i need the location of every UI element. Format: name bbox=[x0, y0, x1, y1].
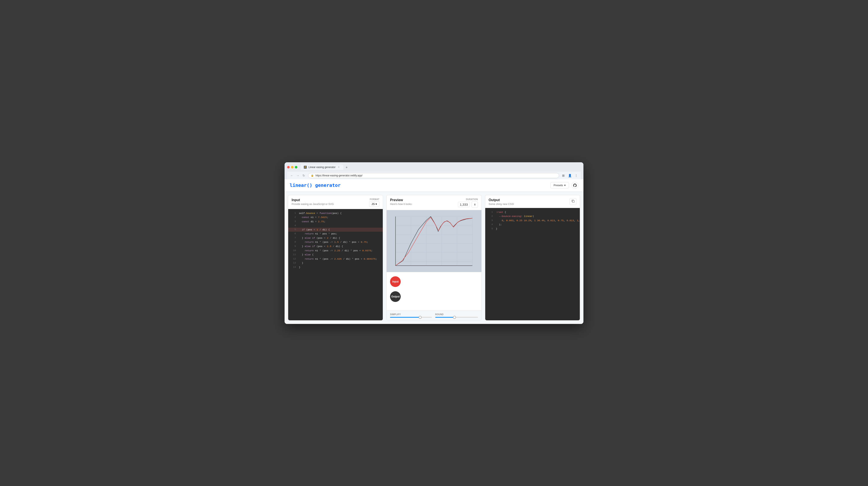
address-bar[interactable]: 🔒 https://linear-easing-generator.netlif… bbox=[308, 173, 559, 178]
play-pause-button[interactable]: ⏸ bbox=[472, 201, 478, 208]
code-line: 1 self.bounce = function(pos) { bbox=[288, 211, 383, 215]
round-slider-group: ROUND bbox=[435, 313, 478, 318]
duration-label: DURATION bbox=[466, 198, 478, 201]
code-line: 10 return n1 * (pos -= 2.25 / d1) * pos … bbox=[288, 248, 383, 253]
input-panel-header: Input Provide easing as JavaScript or SV… bbox=[288, 195, 383, 209]
input-panel-title-group: Input Provide easing as JavaScript or SV… bbox=[291, 198, 334, 206]
preview-panel-title: Preview bbox=[390, 198, 412, 202]
input-panel-title: Input bbox=[291, 198, 334, 202]
format-value: JS bbox=[371, 203, 375, 206]
browser-chrome: ⚡ Linear easing generator × + ← → ↻ 🔒 ht… bbox=[285, 162, 583, 179]
browser-toolbar: ← → ↻ 🔒 https://linear-easing-generator.… bbox=[287, 172, 581, 179]
easing-graph bbox=[386, 210, 481, 272]
output-ball: Output bbox=[390, 291, 401, 302]
tab-favicon: ⚡ bbox=[304, 166, 307, 169]
preview-panel-header: Preview Here's how it looks: DURATION 1,… bbox=[386, 195, 481, 210]
new-tab-button[interactable]: + bbox=[344, 165, 349, 170]
svg-rect-14 bbox=[572, 201, 574, 203]
code-editor[interactable]: 1 self.bounce = function(pos) { 2 const … bbox=[288, 209, 383, 320]
copy-icon bbox=[571, 200, 575, 204]
code-line: 4 bbox=[288, 223, 383, 227]
main-grid: Input Provide easing as JavaScript or SV… bbox=[285, 191, 583, 324]
code-line: 7 } else if (pos < 2 / d1) { bbox=[288, 236, 383, 240]
code-line: 11 } else { bbox=[288, 253, 383, 257]
output-code-line: 5 } bbox=[485, 227, 580, 231]
round-fill bbox=[435, 317, 455, 318]
presets-chevron-icon: ▾ bbox=[564, 184, 566, 187]
extensions-icon[interactable]: ⊞ bbox=[561, 173, 566, 178]
code-line: 8 return n1 * (pos -= 1.5 / d1) * pos + … bbox=[288, 240, 383, 244]
minimize-traffic-light[interactable] bbox=[291, 166, 293, 169]
browser-tabs: ⚡ Linear easing generator × + bbox=[301, 164, 581, 170]
round-thumb[interactable] bbox=[453, 316, 456, 319]
graph-area bbox=[386, 210, 481, 272]
forward-button[interactable]: → bbox=[295, 173, 300, 178]
github-button[interactable] bbox=[571, 182, 578, 189]
browser-titlebar: ⚡ Linear easing generator × + bbox=[287, 164, 581, 170]
output-panel-subtitle: Some shiny new CSS! bbox=[489, 203, 514, 206]
output-code-line: 3 0, 0.063, 0.25 18.2%, 1 36.4%, 0.813, … bbox=[485, 218, 580, 223]
code-line: 13 } bbox=[288, 261, 383, 265]
code-line: 6 return n1 * pos * pos; bbox=[288, 232, 383, 236]
profile-icon[interactable]: 👤 bbox=[567, 173, 572, 178]
code-line: 12 return n1 * (pos -= 2.625 / d1) * pos… bbox=[288, 257, 383, 261]
back-button[interactable]: ← bbox=[289, 173, 294, 178]
code-line: 9 } else if (pos < 2.5 / d1) { bbox=[288, 244, 383, 248]
preview-title-group: Preview Here's how it looks: bbox=[390, 198, 412, 206]
toolbar-right: ⊞ 👤 ⋮ bbox=[561, 173, 579, 178]
app-content: linear() generator Presets ▾ bbox=[285, 179, 583, 324]
duration-value[interactable]: 1,333 bbox=[458, 202, 470, 207]
maximize-traffic-light[interactable] bbox=[295, 166, 298, 169]
output-panel-title: Output bbox=[489, 198, 514, 202]
duration-row: 1,333 ⏸ bbox=[458, 201, 478, 208]
output-code: 1 :root { 2 --bounce-easing: linear( 3 0… bbox=[485, 208, 580, 320]
animation-demo: Input Output bbox=[386, 272, 481, 310]
presets-button[interactable]: Presets ▾ bbox=[550, 182, 569, 188]
output-panel-header: Output Some shiny new CSS! bbox=[485, 195, 580, 208]
output-code-line: 2 --bounce-easing: linear( bbox=[485, 214, 580, 218]
output-code-line: 1 :root { bbox=[485, 210, 580, 214]
input-panel-subtitle: Provide easing as JavaScript or SVG bbox=[291, 203, 334, 206]
code-line: 14 } bbox=[288, 265, 383, 270]
menu-icon[interactable]: ⋮ bbox=[574, 173, 579, 178]
reload-button[interactable]: ↻ bbox=[301, 173, 306, 178]
preview-panel: Preview Here's how it looks: DURATION 1,… bbox=[386, 195, 482, 321]
browser-tab-active[interactable]: ⚡ Linear easing generator × bbox=[301, 164, 343, 170]
url-text: https://linear-easing-generator.netlify.… bbox=[315, 174, 363, 177]
simplify-thumb[interactable] bbox=[418, 316, 422, 319]
simplify-fill bbox=[390, 317, 420, 318]
output-code-line: 4 ); bbox=[485, 222, 580, 227]
sliders-section: SIMPLIFY ROUND bbox=[386, 310, 481, 320]
preview-panel-subtitle: Here's how it looks: bbox=[390, 203, 412, 206]
simplify-slider-track[interactable] bbox=[390, 317, 432, 318]
input-ball: Input bbox=[390, 276, 401, 287]
code-line: 3 const d1 = 2.75; bbox=[288, 219, 383, 224]
format-dropdown[interactable]: JS ▾ bbox=[369, 201, 379, 207]
code-line: 2 const n1 = 7.5625; bbox=[288, 215, 383, 219]
copy-button[interactable] bbox=[569, 198, 577, 205]
output-title-group: Output Some shiny new CSS! bbox=[489, 198, 514, 206]
format-chevron-icon: ▾ bbox=[375, 203, 377, 206]
format-selector: FORMAT JS ▾ bbox=[369, 198, 379, 207]
play-pause-icon: ⏸ bbox=[473, 203, 476, 206]
close-traffic-light[interactable] bbox=[287, 166, 290, 169]
traffic-lights bbox=[287, 166, 298, 169]
nav-buttons: ← → ↻ bbox=[289, 173, 306, 178]
lock-icon: 🔒 bbox=[311, 174, 314, 177]
output-ball-label: Output bbox=[391, 295, 400, 298]
duration-control: DURATION 1,333 ⏸ bbox=[458, 198, 478, 208]
input-ball-label: Input bbox=[392, 280, 399, 283]
input-panel: Input Provide easing as JavaScript or SV… bbox=[288, 195, 383, 321]
tab-close-button[interactable]: × bbox=[337, 166, 340, 169]
format-label: FORMAT bbox=[370, 198, 379, 201]
input-demo-row: Input bbox=[390, 276, 478, 287]
round-label: ROUND bbox=[435, 313, 478, 315]
app-logo: linear() generator bbox=[290, 183, 341, 188]
header-right: Presets ▾ bbox=[550, 182, 578, 189]
code-line: 5 if (pos < 1 / d1) { bbox=[288, 227, 383, 232]
round-slider-track[interactable] bbox=[435, 317, 478, 318]
output-demo-row: Output bbox=[390, 291, 478, 302]
tab-title: Linear easing generator bbox=[308, 166, 336, 169]
browser-window: ⚡ Linear easing generator × + ← → ↻ 🔒 ht… bbox=[285, 162, 583, 324]
simplify-label: SIMPLIFY bbox=[390, 313, 432, 315]
